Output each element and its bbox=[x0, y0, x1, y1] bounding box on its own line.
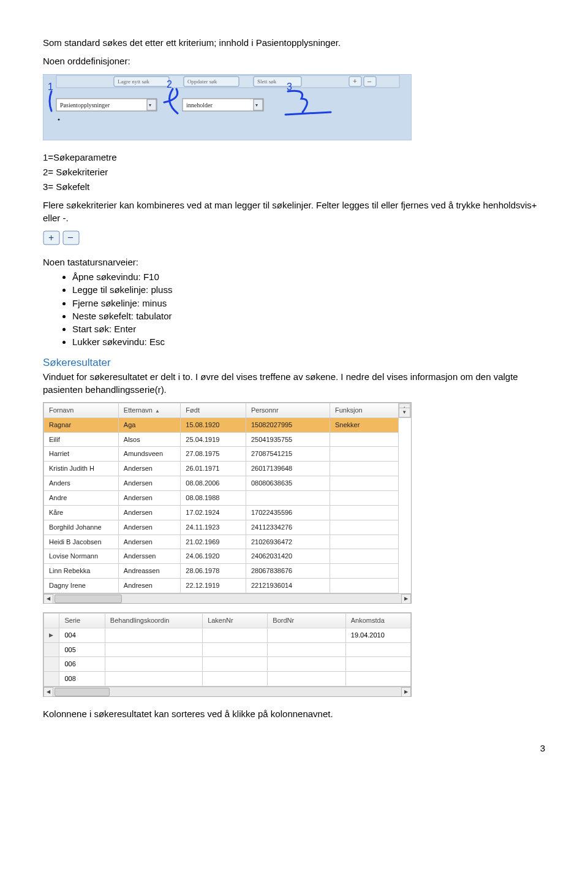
svg-text:3: 3 bbox=[287, 82, 292, 92]
cell-fornavn: Lovise Normann bbox=[44, 549, 119, 564]
definitions-heading: Noen orddefinisjoner: bbox=[43, 55, 545, 67]
column-header-funksjon[interactable]: Funksjon bbox=[330, 403, 398, 417]
svg-text:+: + bbox=[353, 77, 357, 86]
cell-serie: 005 bbox=[59, 642, 105, 657]
svg-text:▾: ▾ bbox=[149, 102, 151, 108]
svg-text:–: – bbox=[67, 232, 74, 242]
scroll-right-arrow-icon[interactable]: ▶ bbox=[401, 594, 411, 604]
cell-bord bbox=[268, 628, 345, 642]
table-row[interactable]: Kristin Judith HAndersen26.01.1971260171… bbox=[44, 462, 411, 476]
cell-fodt: 24.06.1920 bbox=[181, 549, 246, 564]
table-row[interactable]: HarrietAmundsveen27.08.197527087541215 bbox=[44, 447, 411, 462]
cell-bord bbox=[268, 672, 345, 687]
row-marker: ▶ bbox=[44, 628, 59, 642]
cell-fodt: 08.08.1988 bbox=[181, 491, 246, 506]
cell-ankomst bbox=[345, 642, 410, 657]
table-row[interactable]: AndersAndersen08.08.200608080638635 bbox=[44, 476, 411, 491]
shortcut-item: Lukker søkevindu: Esc bbox=[72, 336, 545, 348]
scroll-thumb[interactable] bbox=[55, 688, 110, 696]
cell-funksjon bbox=[330, 564, 398, 579]
cell-laken bbox=[203, 642, 268, 657]
cell-personnr: 21026936472 bbox=[246, 534, 330, 549]
column-header-bordnr[interactable]: BordNr bbox=[268, 613, 345, 628]
row-marker bbox=[44, 657, 59, 672]
table-row[interactable]: KåreAndersen17.02.192417022435596 bbox=[44, 505, 411, 520]
row-marker bbox=[44, 642, 59, 657]
scroll-right-arrow-icon[interactable]: ▶ bbox=[401, 687, 411, 697]
cell-fodt: 15.08.1920 bbox=[181, 417, 246, 432]
cell-personnr: 24112334276 bbox=[246, 520, 330, 534]
column-header-personnr[interactable]: Personnr bbox=[246, 403, 330, 417]
cell-fornavn: Dagny Irene bbox=[44, 579, 119, 593]
scroll-left-arrow-icon[interactable]: ◀ bbox=[43, 687, 53, 697]
cell-funksjon bbox=[330, 432, 398, 447]
cell-personnr: 28067838676 bbox=[246, 564, 330, 579]
column-header-etternavn[interactable]: Etternavn▲ bbox=[118, 403, 181, 417]
cell-etternavn: Aga bbox=[118, 417, 181, 432]
table-row[interactable]: Heidi B JacobsenAndersen21.02.1969210269… bbox=[44, 534, 411, 549]
cell-fornavn: Anders bbox=[44, 476, 119, 491]
table-row[interactable]: Borghild JohanneAndersen24.11.1923241123… bbox=[44, 520, 411, 534]
cell-serie: 004 bbox=[59, 628, 105, 642]
table-row[interactable]: Linn RebekkaAndreassen28.06.197828067838… bbox=[44, 564, 411, 579]
table-row[interactable]: 006 bbox=[44, 657, 411, 672]
table-row[interactable]: RagnarAga15.08.192015082027995Snekker bbox=[44, 417, 411, 432]
row-marker-header bbox=[44, 613, 59, 628]
vertical-scrollbar[interactable]: ▲ ▼ bbox=[398, 403, 410, 417]
def-line-2: 2= Søkekriterier bbox=[43, 166, 545, 178]
column-header-behandlingskoordin[interactable]: Behandlingskoordin bbox=[105, 613, 202, 628]
cell-ankomst: 19.04.2010 bbox=[345, 628, 410, 642]
table-row[interactable]: Lovise NormannAnderssen24.06.19202406203… bbox=[44, 549, 411, 564]
scroll-thumb[interactable] bbox=[55, 595, 122, 603]
cell-funksjon bbox=[330, 520, 398, 534]
cell-personnr: 15082027995 bbox=[246, 417, 330, 432]
svg-text:1: 1 bbox=[48, 82, 53, 92]
shortcut-item: Åpne søkevindu: F10 bbox=[72, 271, 545, 283]
shortcuts-heading: Noen tastatursnarveier: bbox=[43, 256, 545, 268]
toolbar-screenshot: Lagre nytt søk Oppdater søk Slett søk + … bbox=[43, 74, 545, 140]
cell-etternavn: Alsos bbox=[118, 432, 181, 447]
def-line-1: 1=Søkeparametre bbox=[43, 151, 545, 164]
cell-etternavn: Andersen bbox=[118, 534, 181, 549]
column-header-ankomstda[interactable]: Ankomstda bbox=[345, 613, 410, 628]
column-header-etternavn-label: Etternavn bbox=[124, 406, 153, 414]
cell-etternavn: Andersen bbox=[118, 505, 181, 520]
table-row[interactable]: ▶00419.04.2010 bbox=[44, 628, 411, 642]
scroll-down-arrow-icon[interactable]: ▼ bbox=[399, 408, 410, 417]
svg-text:▾: ▾ bbox=[255, 102, 258, 108]
cell-funksjon bbox=[330, 476, 398, 491]
definitions-list: 1=Søkeparametre 2= Søkekriterier 3= Søke… bbox=[43, 151, 545, 194]
series-table-screenshot: Serie Behandlingskoordin LakenNr BordNr … bbox=[43, 612, 412, 697]
cell-koordin bbox=[105, 672, 202, 687]
cell-fornavn: Kåre bbox=[44, 505, 119, 520]
table-row[interactable]: AndreAndersen08.08.1988 bbox=[44, 491, 411, 506]
svg-text:2: 2 bbox=[167, 79, 172, 89]
cell-fodt: 22.12.1919 bbox=[181, 579, 246, 593]
column-header-serie[interactable]: Serie bbox=[59, 613, 105, 628]
cell-laken bbox=[203, 628, 268, 642]
svg-text:Pasientopplysninger: Pasientopplysninger bbox=[60, 102, 110, 108]
shortcut-item: Neste søkefelt: tabulator bbox=[72, 310, 545, 322]
scroll-left-arrow-icon[interactable]: ◀ bbox=[43, 594, 53, 604]
svg-text:Slett søk: Slett søk bbox=[257, 78, 277, 85]
cell-personnr: 17022435596 bbox=[246, 505, 330, 520]
table-row[interactable]: 008 bbox=[44, 672, 411, 687]
cell-ankomst bbox=[345, 672, 410, 687]
combine-paragraph: Flere søkekriterier kan kombineres ved a… bbox=[43, 199, 545, 224]
cell-ankomst bbox=[345, 657, 410, 672]
table-row[interactable]: Dagny IreneAndresen22.12.191922121936014 bbox=[44, 579, 411, 593]
cell-fodt: 21.02.1969 bbox=[181, 534, 246, 549]
horizontal-scrollbar[interactable]: ◀ ▶ bbox=[43, 687, 411, 696]
column-header-fornavn[interactable]: Fornavn bbox=[44, 403, 119, 417]
table-row[interactable]: 005 bbox=[44, 642, 411, 657]
sort-ascending-icon: ▲ bbox=[155, 408, 160, 414]
column-header-lakennr[interactable]: LakenNr bbox=[203, 613, 268, 628]
cell-koordin bbox=[105, 657, 202, 672]
horizontal-scrollbar[interactable]: ◀ ▶ bbox=[43, 593, 411, 603]
cell-laken bbox=[203, 672, 268, 687]
table-row[interactable]: EilifAlsos25.04.191925041935755 bbox=[44, 432, 411, 447]
results-paragraph: Vinduet for søkeresultatet er delt i to.… bbox=[43, 371, 545, 396]
cell-personnr: 22121936014 bbox=[246, 579, 330, 593]
column-header-fodt[interactable]: Født bbox=[181, 403, 246, 417]
cell-etternavn: Andersen bbox=[118, 491, 181, 506]
